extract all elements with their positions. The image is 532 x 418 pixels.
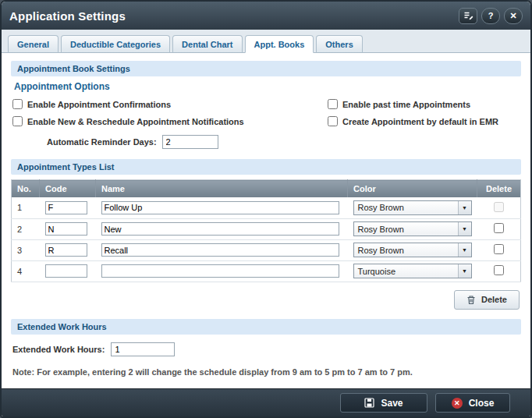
table-row: 3 Rosy Brown ▼: [12, 239, 521, 260]
edit-list-glyph: [463, 11, 473, 20]
create-appointment-default-emr-checkbox[interactable]: [328, 116, 338, 126]
cell-no: 4: [12, 260, 40, 282]
trash-icon: [466, 295, 476, 305]
checkbox-create-appointment-default-emr[interactable]: Create Appointment by default in EMR: [328, 116, 521, 126]
tab-dental-chart[interactable]: Dental Chart: [172, 35, 242, 53]
name-input[interactable]: [101, 222, 340, 236]
save-button[interactable]: Save: [340, 393, 427, 413]
column-header-name: Name: [96, 180, 348, 198]
extended-work-hours-input[interactable]: [111, 342, 175, 356]
tab-others[interactable]: Others: [316, 35, 362, 53]
footer-bar: Save ✕ Close: [2, 388, 530, 416]
column-header-color: Color: [348, 180, 477, 198]
titlebar-buttons: ? ✕: [459, 8, 523, 24]
code-input[interactable]: [45, 243, 87, 257]
name-input[interactable]: [101, 264, 340, 278]
color-select[interactable]: Rosy Brown ▼: [353, 243, 472, 257]
column-header-no: No.: [12, 180, 40, 198]
extended-work-hours-label: Extended Work Hours:: [12, 345, 105, 354]
appointment-options-heading: Appointment Options: [14, 81, 521, 92]
automatic-reminder-days-row: Automatic Reminder Days:: [47, 135, 521, 149]
chevron-down-icon: ▼: [458, 243, 471, 257]
column-header-code: Code: [40, 180, 96, 198]
checkbox-label: Enable Appointment Confirmations: [27, 100, 171, 109]
tab-bar: General Deductible Categories Dental Cha…: [2, 30, 530, 53]
enable-appointment-confirmations-checkbox[interactable]: [12, 99, 23, 109]
delete-checkbox[interactable]: [494, 265, 504, 275]
help-icon[interactable]: ?: [481, 8, 500, 24]
checkbox-enable-appointment-confirmations[interactable]: Enable Appointment Confirmations: [12, 99, 328, 109]
delete-checkbox: [494, 202, 504, 212]
table-header: No. Code Name Color Delete: [12, 180, 521, 198]
color-select-value: Rosy Brown: [358, 225, 404, 234]
automatic-reminder-days-label: Automatic Reminder Days:: [47, 137, 157, 147]
column-header-delete: Delete: [477, 180, 521, 198]
checkbox-enable-past-time-appointments[interactable]: Enable past time Appointments: [328, 99, 521, 109]
tab-general[interactable]: General: [8, 35, 59, 53]
cell-no: 2: [12, 218, 40, 239]
close-button[interactable]: ✕ Close: [435, 393, 510, 413]
save-button-label: Save: [381, 398, 403, 409]
tab-deductible-categories[interactable]: Deductible Categories: [61, 35, 170, 53]
section-appointment-book-settings: Appointment Book Settings: [11, 61, 521, 76]
enable-new-reschedule-notifications-checkbox[interactable]: [12, 116, 23, 126]
application-settings-dialog: Application Settings ? ✕ General Deducti…: [0, 0, 532, 418]
edit-list-icon[interactable]: [459, 8, 477, 24]
color-select[interactable]: Rosy Brown ▼: [353, 221, 472, 236]
checkbox-enable-new-reschedule-notifications[interactable]: Enable New & Reschedule Appointment Noti…: [12, 116, 328, 126]
delete-checkbox[interactable]: [494, 244, 504, 254]
code-input[interactable]: [45, 264, 87, 278]
table-row: 4 Turquoise ▼: [12, 260, 521, 282]
section-appointment-types-list: Appointment Types List: [11, 159, 521, 175]
checkbox-label: Enable past time Appointments: [342, 100, 470, 109]
extended-hours-note: Note: For example, entering 2 will chang…: [12, 367, 521, 377]
appointment-types-table: No. Code Name Color Delete 1 Rosy Brown …: [11, 179, 521, 282]
tab-content: Appointment Book Settings Appointment Op…: [2, 53, 530, 388]
code-input[interactable]: [45, 222, 87, 236]
automatic-reminder-days-input[interactable]: [162, 135, 218, 149]
close-button-label: Close: [469, 398, 495, 409]
chevron-down-icon: ▼: [458, 264, 471, 278]
chevron-down-icon: ▼: [458, 201, 471, 214]
enable-past-time-appointments-checkbox[interactable]: [328, 99, 338, 109]
delete-button-label: Delete: [481, 295, 507, 304]
delete-button-row: Delete: [11, 290, 520, 310]
appointment-options-checkboxes: Enable Appointment Confirmations Enable …: [12, 99, 521, 126]
code-input[interactable]: [45, 201, 87, 214]
extended-work-hours-row: Extended Work Hours:: [12, 342, 521, 356]
cell-no: 1: [12, 197, 40, 218]
dialog-title: Application Settings: [9, 9, 126, 23]
close-icon[interactable]: ✕: [504, 8, 523, 24]
cell-no: 3: [12, 239, 40, 260]
color-select[interactable]: Turquoise ▼: [353, 264, 472, 278]
delete-button[interactable]: Delete: [454, 290, 520, 310]
titlebar: Application Settings ? ✕: [2, 2, 530, 30]
tab-appt-books[interactable]: Appt. Books: [245, 35, 314, 53]
color-select-value: Rosy Brown: [358, 203, 404, 212]
table-row: 1 Rosy Brown ▼: [12, 197, 521, 218]
chevron-down-icon: ▼: [458, 222, 471, 236]
table-row: 2 Rosy Brown ▼: [12, 218, 521, 239]
color-select[interactable]: Rosy Brown ▼: [353, 200, 472, 215]
name-input[interactable]: [101, 243, 340, 257]
checkbox-label: Create Appointment by default in EMR: [342, 117, 498, 126]
name-input[interactable]: [101, 201, 340, 214]
delete-checkbox[interactable]: [494, 223, 504, 233]
red-x-icon: ✕: [452, 398, 463, 409]
section-extended-work-hours: Extended Work Hours: [11, 319, 521, 335]
color-select-value: Rosy Brown: [358, 246, 404, 255]
floppy-icon: [364, 398, 374, 408]
checkbox-label: Enable New & Reschedule Appointment Noti…: [27, 117, 244, 126]
color-select-value: Turquoise: [358, 267, 396, 276]
